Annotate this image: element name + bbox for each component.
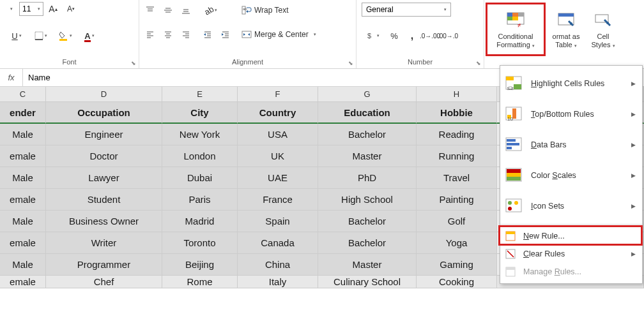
comma-format-button[interactable]: ,	[404, 28, 420, 43]
font-launcher-icon[interactable]: ⬊	[131, 60, 136, 66]
underline-button[interactable]: U▾	[5, 28, 28, 43]
table-header-cell[interactable]: ender	[0, 102, 46, 124]
font-name-dropdown[interactable]: ▾	[5, 1, 18, 17]
alignment-launcher-icon[interactable]: ⬊	[348, 60, 353, 66]
table-cell[interactable]: Yoga	[417, 232, 497, 254]
table-cell[interactable]: Canada	[238, 232, 318, 254]
decrease-indent-button[interactable]	[199, 27, 216, 42]
table-cell[interactable]: Bachelor	[318, 211, 417, 232]
format-as-table-button[interactable]: ormat as Table ▾	[547, 3, 585, 56]
table-cell[interactable]: New York	[162, 124, 238, 145]
align-left-button[interactable]	[142, 27, 158, 42]
orientation-button[interactable]: ab▾	[199, 3, 222, 18]
column-header[interactable]: D	[46, 87, 162, 102]
border-button[interactable]: ▾	[29, 28, 52, 43]
table-cell[interactable]: Gaming	[417, 254, 497, 276]
table-cell[interactable]: Master	[318, 254, 417, 276]
merge-center-button[interactable]: Merge & Center ▾	[239, 27, 319, 42]
table-cell[interactable]: Male	[0, 211, 46, 232]
table-cell[interactable]: emale	[0, 189, 46, 211]
align-middle-button[interactable]	[160, 3, 176, 18]
increase-indent-button[interactable]	[217, 27, 234, 42]
accounting-format-button[interactable]: $▾	[362, 28, 385, 43]
font-color-button[interactable]: A ▾	[78, 28, 101, 43]
table-cell[interactable]: Doctor	[46, 145, 162, 167]
table-cell[interactable]: Engineer	[46, 124, 162, 145]
menu-data-bars[interactable]: Data Bars ▶	[500, 130, 642, 160]
cell-styles-button[interactable]: Cell Styles ▾	[586, 3, 620, 56]
menu-manage-rules[interactable]: Manage Rules...	[500, 263, 642, 281]
table-cell[interactable]: Male	[0, 124, 46, 145]
table-cell[interactable]: emale	[0, 145, 46, 167]
table-cell[interactable]: Bachelor	[318, 124, 417, 145]
table-cell[interactable]: Italy	[238, 276, 318, 288]
align-bottom-button[interactable]	[178, 3, 194, 18]
table-cell[interactable]: Toronto	[162, 232, 238, 254]
fill-color-button[interactable]: ▾	[54, 28, 77, 43]
menu-icon-sets[interactable]: Icon Sets ▶	[500, 191, 642, 221]
table-cell[interactable]: Programmer	[46, 254, 162, 276]
number-format-dropdown[interactable]: General ▾	[362, 3, 451, 17]
menu-top-bottom-rules[interactable]: 10 Top/Bottom Rules ▶	[500, 99, 642, 130]
menu-highlight-cells-rules[interactable]: ≤≥ Highlight Cells Rules ▶	[500, 68, 642, 99]
table-cell[interactable]: Master	[318, 145, 417, 167]
percent-format-button[interactable]: %	[386, 28, 402, 43]
column-header[interactable]: H	[417, 87, 497, 102]
decrease-decimal-button[interactable]: .00→.0	[440, 28, 456, 43]
table-cell[interactable]: Reading	[417, 124, 497, 145]
table-cell[interactable]: emale	[0, 232, 46, 254]
table-cell[interactable]: Travel	[417, 167, 497, 189]
number-launcher-icon[interactable]: ⬊	[476, 60, 481, 66]
table-cell[interactable]: Golf	[417, 211, 497, 232]
table-cell[interactable]: London	[162, 145, 238, 167]
table-cell[interactable]: Male	[0, 167, 46, 189]
menu-color-scales[interactable]: Color Scales ▶	[500, 160, 642, 191]
align-top-button[interactable]	[142, 3, 158, 18]
menu-clear-rules[interactable]: Clear Rules ▶	[500, 245, 642, 263]
table-header-cell[interactable]: City	[162, 102, 238, 124]
table-cell[interactable]: PhD	[318, 167, 417, 189]
increase-decimal-button[interactable]: .0→.00	[422, 28, 438, 43]
column-header[interactable]: C	[0, 87, 46, 102]
table-cell[interactable]: Culinary School	[318, 276, 417, 288]
table-cell[interactable]: China	[238, 254, 318, 276]
table-cell[interactable]: Student	[46, 189, 162, 211]
table-cell[interactable]: Beijing	[162, 254, 238, 276]
table-header-cell[interactable]: Country	[238, 102, 318, 124]
font-size-input[interactable]: 11 ▾	[19, 2, 43, 16]
table-cell[interactable]: Running	[417, 145, 497, 167]
table-cell[interactable]: USA	[238, 124, 318, 145]
decrease-font-button[interactable]: A▾	[63, 1, 79, 17]
table-cell[interactable]: Lawyer	[46, 167, 162, 189]
table-cell[interactable]: Male	[0, 254, 46, 276]
table-cell[interactable]: Dubai	[162, 167, 238, 189]
table-cell[interactable]: Madrid	[162, 211, 238, 232]
table-cell[interactable]: High School	[318, 189, 417, 211]
wrap-text-button[interactable]: ab Wrap Text	[239, 3, 319, 18]
table-cell[interactable]: Writer	[46, 232, 162, 254]
table-cell[interactable]: Business Owner	[46, 211, 162, 232]
table-header-cell[interactable]: Hobbie	[417, 102, 497, 124]
table-cell[interactable]: Cooking	[417, 276, 497, 288]
table-cell[interactable]: Spain	[238, 211, 318, 232]
column-header[interactable]: G	[318, 87, 417, 102]
table-cell[interactable]: Bachelor	[318, 232, 417, 254]
table-header-cell[interactable]: Occupation	[46, 102, 162, 124]
table-cell[interactable]: Chef	[46, 276, 162, 288]
increase-font-button[interactable]: A▴	[45, 1, 61, 17]
table-cell[interactable]: UK	[238, 145, 318, 167]
align-center-button[interactable]	[160, 27, 176, 42]
table-header-cell[interactable]: Education	[318, 102, 417, 124]
menu-new-rule[interactable]: New Rule...	[500, 227, 642, 245]
table-cell[interactable]: Rome	[162, 276, 238, 288]
fx-label[interactable]: fx	[0, 69, 23, 86]
table-cell[interactable]: UAE	[238, 167, 318, 189]
table-cell[interactable]: Painting	[417, 189, 497, 211]
column-header[interactable]: E	[162, 87, 238, 102]
align-right-button[interactable]	[178, 27, 194, 42]
table-cell[interactable]: France	[238, 189, 318, 211]
conditional-formatting-button[interactable]: ≠ Conditional Formatting ▾	[486, 3, 546, 56]
table-cell[interactable]: emale	[0, 276, 46, 288]
column-header[interactable]: F	[238, 87, 318, 102]
table-cell[interactable]: Paris	[162, 189, 238, 211]
